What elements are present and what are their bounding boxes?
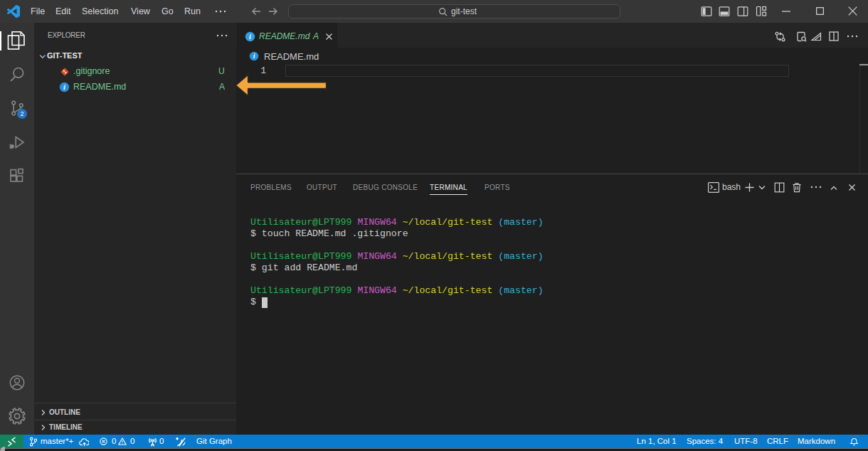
- svg-text:i: i: [63, 83, 65, 91]
- svg-text:i: i: [249, 33, 251, 41]
- svg-text:i: i: [253, 52, 255, 60]
